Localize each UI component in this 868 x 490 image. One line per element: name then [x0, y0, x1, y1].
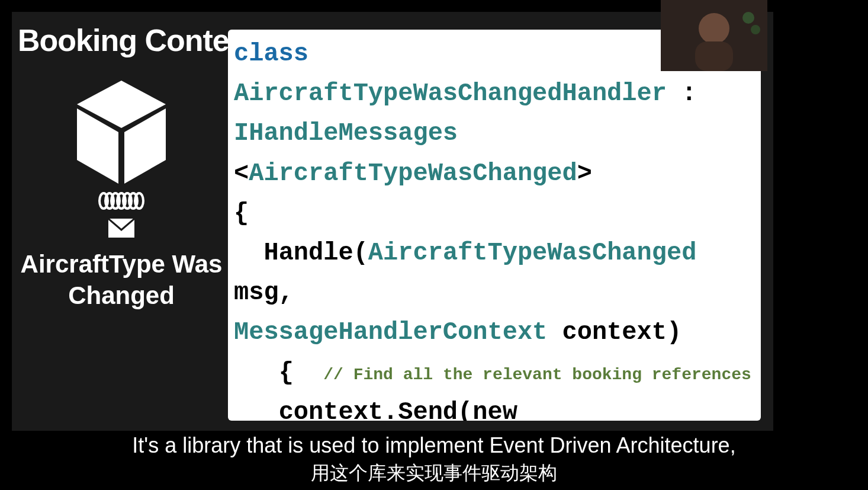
event-label-line1: AircraftType Was [21, 250, 223, 278]
coil-icon [98, 192, 145, 210]
code-send: context.Send(new RebookFlight{…}); [234, 398, 532, 421]
subtitle-en: It's a library that is used to implement… [0, 433, 868, 458]
code-open-brace: { [234, 199, 249, 228]
code-kw-class: class [234, 40, 308, 68]
code-comment: // Find all the relevant booking referen… [323, 366, 751, 384]
code-type-handler: AircraftTypeWasChangedHandler [234, 79, 667, 108]
event-label-line2: Changed [68, 281, 175, 309]
event-label: AircraftType Was Changed [21, 249, 223, 311]
slide-title: Booking Context [18, 23, 225, 58]
code-ctx-param: context) [547, 318, 681, 347]
subtitle-zh: 用这个库来实现事件驱动架构 [0, 460, 868, 486]
code-gt: > [577, 159, 592, 188]
code-box: class AircraftTypeWasChangedHandler : IH… [228, 30, 761, 421]
code-type-event: AircraftTypeWasChanged [249, 159, 577, 188]
mail-icon [108, 218, 135, 238]
code-inner-open: { [279, 358, 294, 387]
code-type-ctx: MessageHandlerContext [234, 318, 547, 347]
svg-point-15 [751, 25, 760, 34]
speaker-thumbnail [661, 0, 767, 71]
code-type-event2: AircraftTypeWasChanged [368, 239, 697, 267]
subtitles: It's a library that is used to implement… [0, 433, 868, 486]
icon-stack: AircraftType Was Changed [18, 76, 225, 311]
cube-icon [71, 76, 172, 188]
code-handle: Handle( [263, 239, 368, 267]
svg-point-14 [742, 12, 754, 24]
left-column: Booking Context [18, 23, 225, 311]
code-colon: : [667, 79, 696, 108]
code-type-iface: IHandleMessages [234, 119, 458, 148]
code-lt: < [234, 159, 249, 188]
svg-point-12 [699, 13, 729, 44]
svg-rect-13 [695, 41, 733, 71]
slide: Booking Context [12, 12, 773, 431]
